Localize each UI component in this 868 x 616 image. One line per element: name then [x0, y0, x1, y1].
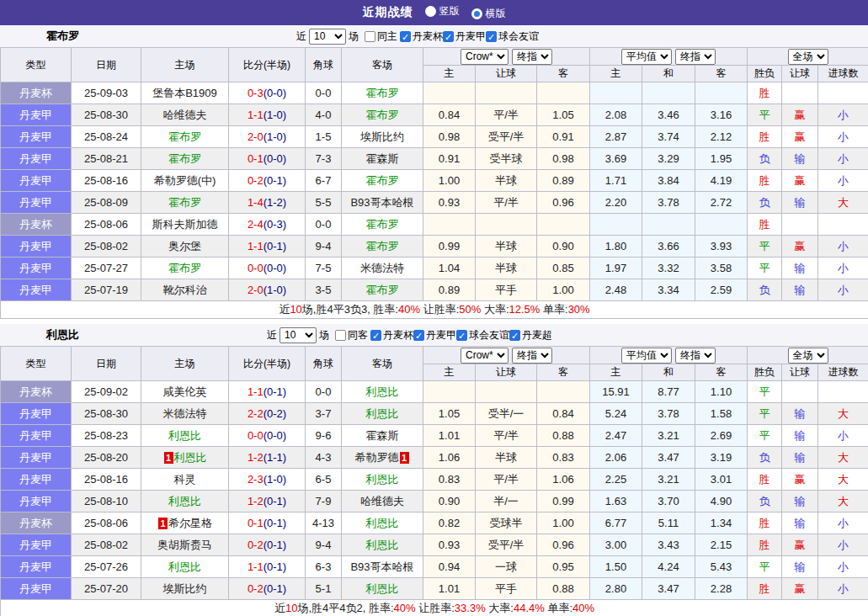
red-card-badge: 1 — [158, 518, 168, 529]
layout-radio[interactable]: 横版 — [471, 7, 506, 21]
date-cell: 25-07-19 — [72, 279, 141, 301]
avg-home-cell — [590, 82, 642, 104]
match-count-select[interactable]: 10 — [280, 327, 317, 343]
team-label: 米德法特 — [163, 407, 207, 420]
same-venue-checkbox[interactable] — [365, 31, 375, 42]
result-handicap-cell: 输 — [782, 192, 818, 214]
date-cell: 25-08-06 — [72, 512, 141, 534]
same-venue-checkbox[interactable] — [335, 330, 346, 341]
league-label: 球会友谊 — [498, 29, 539, 44]
result-handicap-cell: 赢 — [782, 534, 818, 556]
red-card-badge: 1 — [400, 452, 409, 464]
summary-segment: 单率: — [540, 303, 567, 316]
away-odds-cell: 0.95 — [537, 556, 590, 578]
competition-cell: 丹麦甲 — [1, 170, 72, 192]
col-away: 客场 — [342, 48, 423, 82]
home-team-cell: 霍布罗 — [141, 126, 229, 148]
league-filter[interactable]: ✓球会友谊 — [486, 29, 539, 44]
home-odds-cell: 1.04 — [423, 258, 476, 279]
bookmaker-stage-select[interactable]: 终指 — [512, 49, 552, 65]
corner-cell: 4-13 — [306, 512, 342, 534]
corner-cell: 7-3 — [306, 148, 342, 170]
average-group-header: 平均值终指 — [590, 48, 748, 66]
handicap-cell: 平手 — [476, 279, 537, 301]
date-cell: 25-08-21 — [72, 148, 141, 170]
home-odds-cell: 0.98 — [423, 126, 476, 148]
handicap-cell — [476, 82, 537, 104]
league-filter[interactable]: ✓丹麦杯 — [370, 328, 413, 343]
league-checkbox[interactable]: ✓ — [443, 31, 454, 42]
same-venue-filter[interactable]: 同主 — [365, 29, 397, 44]
league-filter[interactable]: ✓球会友谊 — [456, 328, 509, 343]
layout-radio[interactable]: 竖版 — [425, 4, 460, 19]
league-filter[interactable]: ✓丹麦甲 — [443, 29, 486, 44]
average-stage-select[interactable]: 终指 — [675, 348, 716, 364]
league-checkbox[interactable]: ✓ — [509, 330, 520, 341]
col-handicap: 让球 — [476, 364, 537, 381]
league-filter[interactable]: ✓丹麦超 — [509, 328, 552, 343]
result-handicap-cell: 赢 — [782, 170, 818, 192]
col-result-handicap: 让球 — [782, 364, 818, 381]
league-checkbox[interactable]: ✓ — [413, 330, 424, 341]
away-team-cell: 利恩比 — [342, 578, 423, 600]
avg-home-cell: 2.25 — [590, 469, 642, 491]
away-team-cell: B93哥本哈根 — [342, 192, 423, 214]
fulltime-score: 2-0 — [248, 284, 264, 296]
score-cell: 1-2(1-1) — [229, 447, 306, 469]
col-result-goals: 进球数 — [818, 364, 868, 381]
date-cell: 25-07-27 — [72, 258, 141, 279]
result-group-header: 全场 — [748, 347, 868, 364]
team-label: 利恩比 — [366, 473, 399, 486]
league-checkbox[interactable]: ✓ — [400, 31, 411, 42]
team-label: 奥胡斯赉马 — [157, 539, 212, 551]
away-odds-cell: 0.83 — [537, 447, 590, 469]
radio-icon[interactable] — [425, 6, 436, 17]
same-venue-filter[interactable]: 同客 — [335, 328, 368, 343]
fulltime-score: 2-4 — [248, 218, 264, 231]
avg-away-cell: 3.16 — [695, 104, 748, 126]
corner-cell: 0-0 — [306, 214, 342, 236]
score-cell: 0-1(0-1) — [229, 512, 306, 534]
summary-segment: 44.4% — [514, 602, 545, 614]
scope-select[interactable]: 全场 — [788, 348, 828, 364]
average-stage-select[interactable]: 终指 — [675, 49, 716, 65]
col-odds-away: 客 — [537, 364, 590, 381]
average-select[interactable]: 平均值 — [621, 49, 672, 65]
scope-select[interactable]: 全场 — [788, 49, 828, 65]
handicap-cell: 受平/半 — [476, 534, 537, 556]
score-cell: 2-3(1-0) — [229, 469, 306, 491]
result-goals-cell: 小 — [818, 170, 868, 192]
home-team-cell: 靴尔科治 — [141, 279, 229, 301]
competition-cell: 丹麦杯 — [1, 82, 72, 104]
fulltime-score: 2-2 — [248, 407, 264, 420]
result-handicap-cell: 输 — [782, 556, 818, 578]
result-goals-cell: 小 — [818, 104, 868, 126]
match-row: 丹麦甲 25-08-24 霍布罗 2-0(1-0) 1-5 埃斯比约 0.98 … — [1, 126, 868, 148]
avg-home-cell: 5.24 — [590, 403, 642, 425]
bookmaker-stage-select[interactable]: 终指 — [512, 348, 552, 364]
average-select[interactable]: 平均值 — [621, 348, 672, 364]
avg-draw-cell — [642, 82, 695, 104]
corner-cell: 7-5 — [306, 258, 342, 279]
bookmaker-select[interactable]: Crow* — [461, 49, 509, 65]
away-team-cell: 利恩比 — [342, 534, 423, 556]
league-checkbox[interactable]: ✓ — [456, 330, 467, 341]
result-handicap-cell: 赢 — [782, 469, 818, 491]
avg-home-cell: 2.48 — [590, 279, 642, 301]
score-cell: 1-1(1-0) — [229, 104, 306, 126]
away-odds-cell: 1.00 — [537, 512, 590, 534]
league-checkbox[interactable]: ✓ — [486, 31, 497, 42]
result-handicap-cell: 输 — [782, 447, 818, 469]
result-wdl-cell: 负 — [748, 148, 782, 170]
col-home: 主场 — [141, 347, 229, 381]
handicap-cell: 半球 — [476, 447, 537, 469]
result-group-header: 全场 — [748, 48, 868, 66]
radio-icon[interactable] — [471, 8, 482, 19]
bookmaker-select[interactable]: Crow* — [461, 348, 509, 364]
avg-draw-cell: 3.34 — [642, 279, 695, 301]
league-filter[interactable]: ✓丹麦杯 — [400, 29, 443, 44]
league-filter[interactable]: ✓丹麦甲 — [413, 328, 456, 343]
league-checkbox[interactable]: ✓ — [370, 330, 381, 341]
date-cell: 25-08-02 — [72, 534, 141, 556]
match-count-select[interactable]: 10 — [309, 29, 346, 45]
